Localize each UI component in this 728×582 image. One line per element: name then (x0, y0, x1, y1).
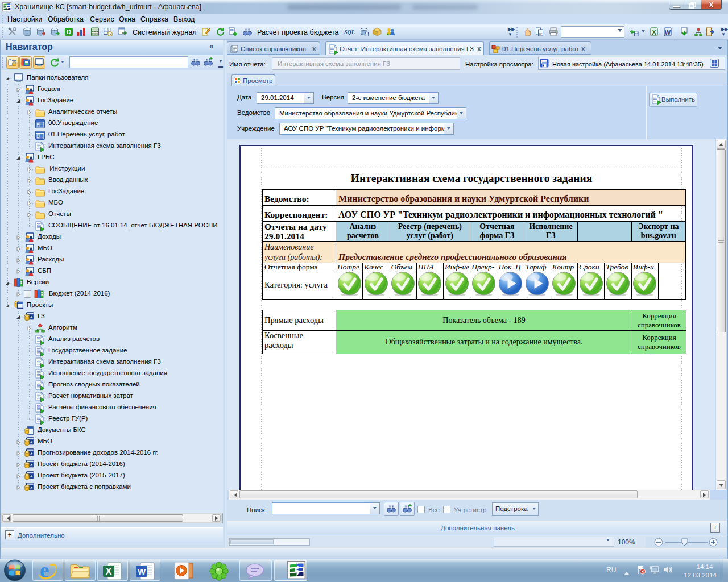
svg-text:D: D (67, 28, 71, 35)
svg-text:W: W (665, 29, 671, 36)
svg-text:X: X (652, 28, 656, 36)
svg-text:X: X (106, 567, 112, 576)
svg-text:SQL: SQL (344, 29, 355, 35)
svg-text:W: W (138, 567, 146, 576)
